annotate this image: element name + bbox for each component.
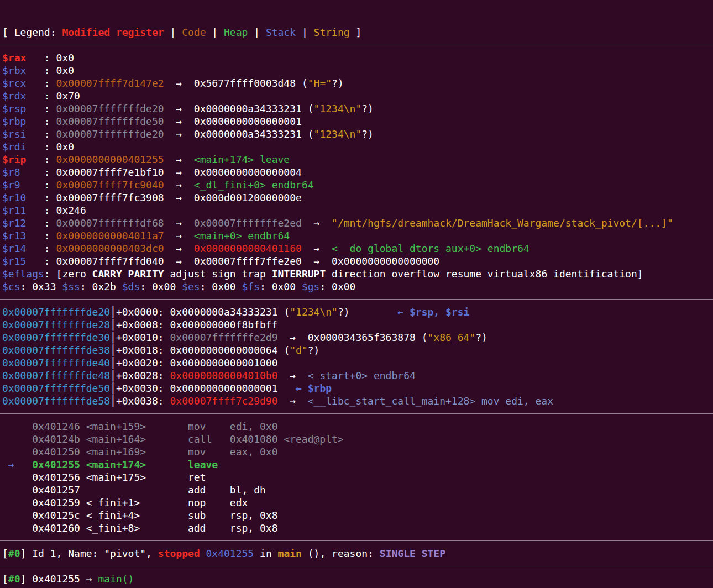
section-separator xyxy=(0,560,713,573)
text-span: $rbx xyxy=(2,65,26,76)
text-span: "1234\n" xyxy=(314,103,362,114)
threads-line: [#0] Id 1, Name: "pivot", stopped 0x4012… xyxy=(0,547,713,560)
stack-line: 0x00007fffffffde40│+0x0020: 0x0000000000… xyxy=(0,356,713,369)
legend-line: [ Legend: Modified register | Code | Hea… xyxy=(0,26,713,39)
text-span: 0x0000000000001000 xyxy=(170,357,277,369)
text-span: 0x40124b <main+164> call 0x401080 <read@… xyxy=(2,433,344,445)
text-span: : xyxy=(26,255,56,267)
text-span: → xyxy=(164,116,194,127)
text-span: → xyxy=(164,179,194,191)
text-span: main() xyxy=(98,573,134,585)
text-span: ] xyxy=(20,548,33,559)
text-span: 0x0000000000403dc0 xyxy=(56,243,164,254)
text-span: ← $rsp, $rsi xyxy=(397,306,469,318)
registers-line: $eflags: [zero CARRY PARITY adjust sign … xyxy=(0,267,713,280)
text-span: 0x000d00120000000e xyxy=(194,192,302,203)
text-span: : 0x00 xyxy=(200,281,242,292)
text-span: → xyxy=(164,255,194,267)
registers-line: $rsp : 0x00007fffffffde20 → 0x0000000a34… xyxy=(0,102,713,115)
text-span: Id 1, Name: "pivot", xyxy=(32,548,158,559)
text-span: $rsi xyxy=(2,128,26,140)
text-span: : xyxy=(26,128,56,140)
text-span: 0x00007ffff7e1bf10 xyxy=(56,166,164,178)
text-span: $rdx xyxy=(2,90,26,102)
text-span: 0x00007fffffffde20 xyxy=(2,306,110,318)
text-span: 0x401250 <main+169> mov eax, 0x0 xyxy=(2,446,278,458)
text-span: 0x0000000000401160 xyxy=(194,243,302,254)
text-span: $fs xyxy=(242,281,260,292)
text-span: : 0x00 xyxy=(319,281,355,292)
text-span: Stack xyxy=(266,27,296,38)
text-span: ] xyxy=(20,573,33,585)
text-span: | xyxy=(164,27,182,38)
registers-line: $r9 : 0x00007ffff7fc9040 → <_dl_fini+0> … xyxy=(0,179,713,191)
text-span: → xyxy=(164,166,194,178)
registers-line: $rax : 0x0 xyxy=(0,51,713,64)
trace-section: [#0] 0x401255 → main() xyxy=(0,573,713,585)
text-span: 0x401255 xyxy=(32,573,80,585)
section-separator xyxy=(0,39,713,51)
legend-section: [ Legend: Modified register | Code | Hea… xyxy=(0,26,713,39)
text-span: 0x00007ffff7fc3908 xyxy=(56,192,164,203)
text-span: <main+174> leave xyxy=(194,154,290,165)
text-span: $rcx xyxy=(2,77,26,89)
text-span: +0x0030: xyxy=(116,382,170,394)
stack-line: 0x00007fffffffde20│+0x0000: 0x0000000a34… xyxy=(0,306,713,318)
text-span: Heap xyxy=(224,27,248,38)
text-span: │ xyxy=(110,319,116,330)
text-span: 0x00007fffffffde48 xyxy=(2,370,110,381)
text-span: ?) xyxy=(475,332,487,343)
text-span: │ xyxy=(110,332,116,343)
registers-line: $r10 : 0x00007ffff7fc3908 → 0x000d001200… xyxy=(0,191,713,204)
text-span: 0x00007fffffffe2d9 xyxy=(170,332,277,343)
stack-line: 0x00007fffffffde48│+0x0028: 0x0000000000… xyxy=(0,369,713,382)
text-span: : 0x2b xyxy=(80,281,122,292)
text-span: 0x00007fffffffdf68 xyxy=(56,217,164,229)
text-span: 0x401259 <_fini+1> nop edx xyxy=(2,497,248,508)
text-span: 0x401255 xyxy=(206,548,254,559)
code-line: 0x401260 <_fini+8> add rsp, 0x8 xyxy=(0,522,713,534)
registers-line: $r12 : 0x00007fffffffdf68 → 0x00007fffff… xyxy=(0,217,713,229)
text-span: 0x0000000000000004 xyxy=(194,166,302,178)
text-span: $es xyxy=(182,281,200,292)
text-span: 0x00007fffffffde30 xyxy=(2,332,110,343)
text-span: : xyxy=(26,154,56,165)
section-separator xyxy=(0,293,713,306)
text-span: [ xyxy=(2,548,8,559)
text-span: 0x40125c <_fini+4> sub rsp, 0x8 xyxy=(2,510,278,521)
text-span: → xyxy=(164,103,194,114)
text-span: 0x0 xyxy=(56,65,75,76)
text-span: +0x0020: xyxy=(116,357,170,369)
text-span: 0x401260 <_fini+8> add rsp, 0x8 xyxy=(2,522,278,534)
text-span: $cs xyxy=(2,281,20,292)
registers-line: $r13 : 0x00000000004011a7 → <main+0> end… xyxy=(0,229,713,242)
text-span: 0x0000000000000001 xyxy=(194,116,302,127)
stack-line: 0x00007fffffffde50│+0x0030: 0x0000000000… xyxy=(0,382,713,395)
text-span: +0x0010: xyxy=(116,332,170,343)
text-span: $r8 xyxy=(2,166,20,178)
registers-line: $rdx : 0x70 xyxy=(0,90,713,102)
text-span: 0x0000000000000001 xyxy=(170,382,277,394)
text-span: "1234\n" xyxy=(290,306,338,318)
text-span: → xyxy=(164,77,194,89)
text-span: Code xyxy=(182,27,206,38)
text-span: → xyxy=(80,573,98,585)
text-span: $r15 xyxy=(2,255,26,267)
text-span: +0x0008: xyxy=(116,319,170,330)
text-span: 0x00007ffff7ffe2e0 xyxy=(194,255,302,267)
text-span: ( xyxy=(278,344,290,356)
text-span: $r13 xyxy=(2,230,26,242)
text-span: String xyxy=(314,27,350,38)
code-line: 0x401250 <main+169> mov eax, 0x0 xyxy=(0,445,713,458)
text-span: → xyxy=(164,154,194,165)
text-span: "x86_64" xyxy=(428,332,476,343)
text-span: <__libc_start_call_main+128> mov edi, ea… xyxy=(308,395,553,407)
code-line: 0x40124b <main+164> call 0x401080 <read@… xyxy=(0,433,713,445)
text-span: ← $rbp xyxy=(296,382,332,394)
text-span: : xyxy=(26,65,56,76)
text-span: 0x00007fffffffde20 xyxy=(56,103,164,114)
text-span: 0x0 xyxy=(56,52,75,64)
text-span xyxy=(122,268,128,280)
text-span: : xyxy=(26,52,56,64)
terminal: [ Legend: Modified register | Code | Hea… xyxy=(0,0,713,588)
